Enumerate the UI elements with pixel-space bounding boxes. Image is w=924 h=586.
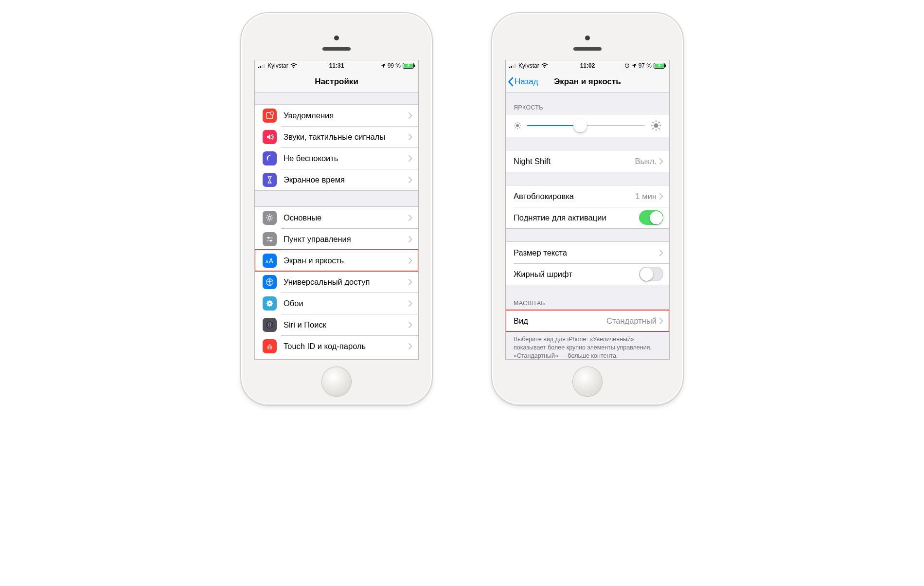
nav-title: Настройки — [315, 77, 358, 87]
row-wallpaper[interactable]: Обои — [255, 293, 418, 314]
battery-charging-icon — [654, 63, 666, 69]
row-control-center[interactable]: Пункт управления — [255, 228, 418, 250]
brightness-fill — [527, 125, 580, 126]
row-autolock[interactable]: Автоблокировка 1 мин — [506, 185, 669, 207]
iphone-right: Kyivstar 11:02 97 % — [491, 12, 684, 405]
row-value: Стандартный — [606, 316, 657, 326]
location-icon — [632, 63, 637, 68]
section-footer-zoom: Выберите вид для iPhone: «Увеличенный» п… — [506, 332, 669, 359]
svg-point-13 — [270, 239, 272, 241]
battery-pct: 99 % — [388, 62, 401, 69]
row-label: Night Shift — [514, 157, 635, 166]
row-label: Универсальный доступ — [284, 277, 409, 287]
row-screentime[interactable]: Экранное время — [255, 169, 418, 190]
front-camera — [334, 36, 339, 40]
brightness-slider[interactable] — [527, 125, 645, 126]
row-night-shift[interactable]: Night Shift Выкл. — [506, 150, 669, 172]
brightness-slider-row — [506, 114, 669, 137]
chevron-right-icon — [409, 215, 412, 221]
svg-rect-1 — [260, 66, 261, 68]
flower-icon — [263, 296, 277, 311]
row-label: Пункт управления — [284, 235, 409, 244]
gear-icon — [263, 211, 277, 225]
row-raise-to-wake[interactable]: Поднятие для активации — [506, 207, 669, 228]
row-sos[interactable]: SOS Экстренный вызов — SOS — [255, 357, 418, 359]
fingerprint-icon — [263, 339, 277, 353]
chevron-left-icon — [508, 77, 514, 87]
svg-text:A: A — [266, 259, 268, 264]
sounds-icon — [263, 130, 277, 144]
svg-point-43 — [654, 124, 658, 128]
row-label: Экранное время — [284, 175, 409, 184]
svg-point-27 — [267, 321, 273, 328]
row-notifications[interactable]: Уведомления — [255, 105, 418, 126]
sliders-icon — [263, 232, 277, 246]
row-label: Размер текста — [514, 248, 659, 257]
settings-list[interactable]: Уведомления Звуки, тактильные сигналы — [255, 92, 418, 359]
svg-rect-41 — [665, 64, 666, 67]
status-bar: Kyivstar 11:31 99 % — [255, 60, 418, 71]
front-camera — [585, 36, 590, 40]
chevron-right-icon — [659, 193, 663, 200]
status-bar: Kyivstar 11:02 97 % — [506, 60, 669, 71]
row-label: Жирный шрифт — [514, 270, 639, 279]
iphone-left: Kyivstar 11:31 99 % Настройки — [240, 12, 433, 405]
battery-pct: 97 % — [639, 62, 652, 69]
svg-point-8 — [270, 111, 274, 115]
row-touchid[interactable]: Touch ID и код-пароль — [255, 335, 418, 357]
battery-charging-icon — [403, 63, 415, 69]
home-button[interactable] — [321, 366, 352, 397]
row-label: Экран и яркость — [284, 256, 409, 265]
slider-thumb[interactable] — [573, 119, 587, 132]
screen-settings-root: Kyivstar 11:31 99 % Настройки — [254, 60, 419, 360]
display-settings-list[interactable]: ЯРКОСТЬ — [506, 92, 669, 359]
earpiece — [573, 47, 602, 51]
sun-large-icon — [651, 120, 661, 131]
row-bold-text[interactable]: Жирный шрифт — [506, 263, 669, 285]
row-label: Siri и Поиск — [284, 320, 409, 330]
signal-icon — [509, 63, 516, 68]
row-label: Touch ID и код-пароль — [284, 342, 409, 351]
row-siri[interactable]: Siri и Поиск — [255, 314, 418, 335]
row-label: Автоблокировка — [514, 192, 636, 201]
chevron-right-icon — [409, 279, 412, 285]
clock: 11:02 — [580, 62, 595, 69]
row-general[interactable]: Основные — [255, 207, 418, 228]
svg-rect-6 — [414, 64, 415, 67]
moon-icon — [263, 151, 277, 165]
earpiece — [322, 47, 351, 51]
svg-point-9 — [268, 216, 271, 219]
signal-icon — [258, 63, 266, 68]
svg-rect-37 — [515, 64, 516, 68]
carrier-label: Kyivstar — [518, 62, 539, 69]
row-accessibility[interactable]: Универсальный доступ — [255, 271, 418, 293]
svg-rect-0 — [258, 67, 259, 68]
location-icon — [381, 63, 386, 68]
chevron-right-icon — [659, 158, 663, 165]
row-display-brightness[interactable]: AA Экран и яркость — [255, 250, 418, 271]
home-button[interactable] — [572, 366, 603, 397]
row-label: Основные — [284, 213, 409, 222]
row-label: Не беспокоить — [284, 154, 409, 163]
svg-rect-2 — [262, 65, 263, 68]
section-header-brightness: ЯРКОСТЬ — [506, 104, 669, 114]
row-label: Вид — [514, 316, 606, 326]
wifi-icon — [290, 63, 297, 68]
toggle-bold-text[interactable] — [639, 267, 663, 281]
alarm-icon — [624, 63, 630, 68]
chevron-right-icon — [659, 318, 663, 324]
back-button[interactable]: Назад — [508, 71, 538, 92]
toggle-raise-to-wake[interactable] — [639, 210, 663, 225]
chevron-right-icon — [409, 257, 412, 264]
hourglass-icon — [263, 173, 277, 187]
row-view[interactable]: Вид Стандартный — [506, 310, 669, 331]
row-sounds[interactable]: Звуки, тактильные сигналы — [255, 126, 418, 147]
nav-bar: Настройки — [255, 71, 418, 92]
svg-text:A: A — [269, 257, 273, 264]
row-dnd[interactable]: Не беспокоить — [255, 147, 418, 169]
chevron-right-icon — [409, 343, 412, 349]
notifications-icon — [263, 109, 277, 123]
chevron-right-icon — [409, 300, 412, 307]
row-text-size[interactable]: Размер текста — [506, 242, 669, 263]
svg-rect-3 — [264, 64, 265, 68]
